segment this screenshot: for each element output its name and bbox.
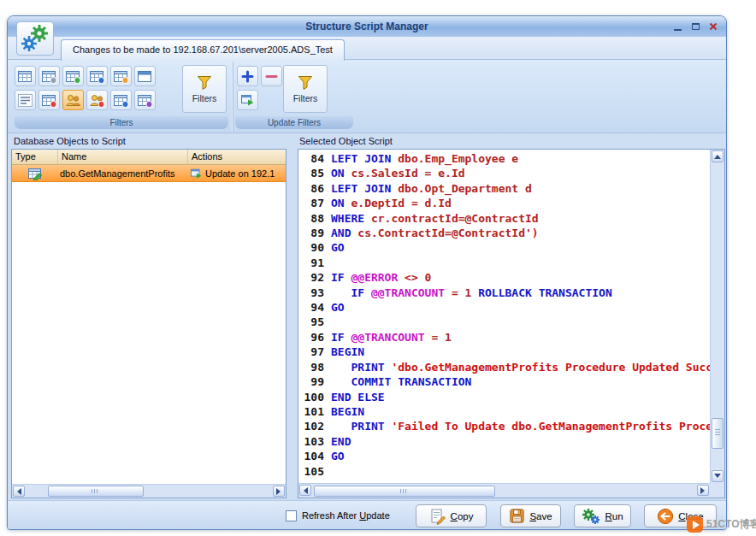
left-horizontal-scrollbar[interactable] — [12, 484, 286, 498]
users-filter-icon[interactable] — [62, 90, 84, 110]
right-arrow-icon — [700, 487, 708, 494]
remove-filter-button[interactable] — [261, 66, 282, 86]
tab-label: Changes to be made to 192.168.67.201\ser… — [73, 44, 333, 55]
code-line: 90GO — [302, 240, 710, 255]
code-text: LEFT JOIN dbo.Emp_Employee e — [331, 151, 518, 166]
copy-button[interactable]: Copy — [416, 504, 487, 527]
roles-filter-icon[interactable] — [86, 90, 108, 110]
refresh-after-update-label[interactable]: Refresh After Update — [302, 510, 390, 521]
code-line: 104GO — [302, 449, 710, 463]
vertical-scrollbar[interactable] — [710, 150, 724, 483]
code-text: AND cs.ContractId=@ContractId') — [331, 226, 539, 240]
code-line: 98 PRINT 'dbo.GetManagementProfits Proce… — [302, 360, 710, 374]
scrollbar-thumb[interactable] — [314, 486, 495, 497]
object-type-cell — [12, 167, 58, 180]
tabstrip: Changes to be made to 192.168.67.201\ser… — [8, 37, 726, 60]
code-text: END ELSE — [331, 390, 385, 404]
toolbar: Filters Filters — [8, 60, 726, 133]
refresh-after-update-checkbox[interactable] — [286, 510, 297, 521]
code-text: IF @@ERROR <> 0 — [331, 270, 431, 285]
code-line: 89AND cs.ContractId=@ContractId') — [302, 226, 710, 240]
scroll-left-button[interactable] — [299, 485, 311, 496]
functions-filter-icon[interactable] — [86, 66, 108, 86]
run-icon — [582, 508, 600, 525]
triggers-filter-icon[interactable] — [110, 66, 132, 86]
line-number: 91 — [302, 256, 324, 270]
right-horizontal-scrollbar[interactable] — [298, 483, 710, 498]
maximize-button[interactable] — [688, 20, 703, 33]
save-button-label: Save — [529, 511, 552, 521]
scroll-right-button[interactable] — [697, 485, 709, 496]
code-line: 101BEGIN — [302, 404, 710, 419]
code-text: PRINT 'dbo.GetManagementProfits Procedur… — [331, 360, 710, 374]
code-text: ON cs.SalesId = e.Id — [331, 166, 465, 180]
code-text: IF @@TRANCOUNT = 1 — [331, 330, 452, 345]
scrollbar-thumb[interactable] — [48, 486, 144, 497]
line-number: 100 — [302, 390, 324, 404]
code-line: 102 PRINT 'Failed To Update dbo.GetManag… — [302, 419, 710, 433]
table-row[interactable]: dbo.GetManagementProfits Update on 192.1 — [12, 165, 286, 182]
code-area[interactable]: 84LEFT JOIN dbo.Emp_Employee e85ON cs.Sa… — [298, 150, 710, 483]
right-arrow-icon — [276, 488, 284, 495]
run-button-label: Run — [605, 511, 623, 521]
line-number: 101 — [302, 404, 324, 419]
update-target-button[interactable] — [237, 90, 258, 110]
code-line: 100END ELSE — [302, 390, 710, 404]
list-filter-icon[interactable] — [15, 90, 36, 110]
stored-procedure-icon — [27, 167, 43, 180]
close-icon — [709, 22, 718, 31]
procedures-filter-icon[interactable] — [62, 66, 84, 86]
copy-button-label: Copy — [451, 511, 474, 521]
line-number: 102 — [302, 419, 324, 433]
code-text: GO — [331, 449, 345, 463]
script-panel: 84LEFT JOIN dbo.Emp_Employee e85ON cs.Sa… — [298, 149, 725, 498]
tables-filter-icon[interactable] — [15, 66, 36, 86]
titlebar: Structure Script Manager — [8, 16, 726, 37]
left-arrow-icon — [300, 487, 308, 494]
update-filters-group: Filters Update Filters — [233, 62, 355, 132]
close-button[interactable] — [706, 20, 721, 33]
line-number: 103 — [302, 434, 324, 449]
code-line: 86LEFT JOIN dbo.Opt_Department d — [302, 181, 710, 196]
scroll-down-button[interactable] — [712, 470, 724, 482]
app-logo — [16, 21, 54, 56]
tab-changes[interactable]: Changes to be made to 192.168.67.201\ser… — [61, 39, 345, 61]
filter-icons-row-1 — [15, 66, 156, 86]
line-number: 95 — [302, 315, 324, 329]
gears-icon — [21, 25, 50, 52]
column-header-name[interactable]: Name — [58, 150, 188, 164]
filters-button[interactable]: Filters — [182, 65, 227, 113]
minimize-button[interactable] — [670, 20, 685, 33]
table-header: Type Name Actions — [12, 150, 286, 165]
window-filter-icon[interactable] — [134, 66, 156, 86]
minimize-icon — [674, 29, 682, 31]
scrollbar-thumb[interactable] — [712, 418, 724, 449]
code-line: 105 — [302, 464, 710, 479]
watermark: 51CTO博客 — [687, 516, 756, 533]
update-filters-group-label: Update Filters — [235, 116, 353, 129]
column-header-type[interactable]: Type — [12, 150, 58, 164]
schemas-filter-icon[interactable] — [110, 90, 132, 110]
line-number: 90 — [302, 240, 324, 255]
line-number: 94 — [302, 300, 324, 315]
keys-filter-icon[interactable] — [38, 90, 60, 110]
code-text: GO — [331, 300, 345, 315]
add-filter-button[interactable] — [237, 66, 258, 86]
code-text: LEFT JOIN dbo.Opt_Department d — [331, 181, 532, 196]
rules-filter-icon[interactable] — [134, 90, 156, 110]
code-text: COMMIT TRANSACTION — [331, 374, 471, 389]
object-action-cell: Update on 192.1 — [188, 168, 286, 180]
code-line: 92IF @@ERROR <> 0 — [302, 270, 710, 285]
save-icon — [509, 508, 525, 524]
views-filter-icon[interactable] — [38, 66, 60, 86]
filters-button-label: Filters — [192, 93, 217, 103]
run-button[interactable]: Run — [574, 504, 631, 527]
column-header-actions[interactable]: Actions — [188, 150, 286, 164]
update-filters-button[interactable]: Filters — [283, 65, 328, 113]
scroll-right-button[interactable] — [273, 486, 285, 497]
save-button[interactable]: Save — [500, 504, 561, 527]
filter-icons-row-2 — [15, 90, 156, 110]
scroll-left-button[interactable] — [13, 486, 25, 497]
object-action-label: Update on 192.1 — [205, 168, 275, 179]
scroll-up-button[interactable] — [712, 150, 724, 162]
